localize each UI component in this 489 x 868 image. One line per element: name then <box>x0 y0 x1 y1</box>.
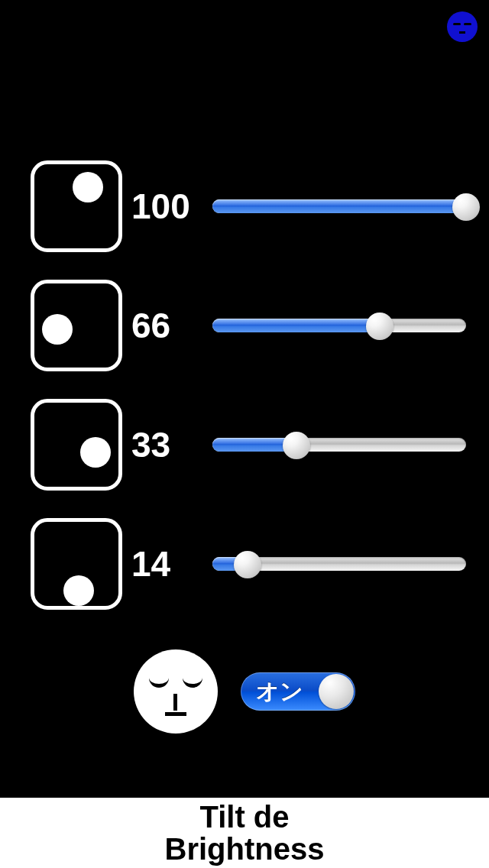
app-title: Tilt deBrightness <box>165 801 325 865</box>
app-footer: Tilt deBrightness <box>0 795 489 868</box>
brightness-slider[interactable] <box>212 319 466 332</box>
brightness-slider[interactable] <box>212 199 466 213</box>
tilt-indicator <box>31 280 122 371</box>
brightness-row: 14 <box>0 522 489 606</box>
brightness-rows: 100 66 33 <box>0 164 489 641</box>
brightness-row: 66 <box>0 283 489 368</box>
slider-fill <box>212 199 466 213</box>
slider-thumb[interactable] <box>234 551 261 578</box>
brightness-slider[interactable] <box>212 557 466 571</box>
slider-thumb[interactable] <box>366 313 393 340</box>
tilt-dot-icon <box>73 172 103 202</box>
slider-fill <box>212 319 380 332</box>
face-icon <box>134 649 218 734</box>
tilt-indicator <box>31 160 122 252</box>
tilt-dot-icon <box>42 314 73 345</box>
brightness-value: 33 <box>131 424 208 465</box>
brightness-value: 14 <box>131 543 208 585</box>
master-toggle[interactable]: オン <box>241 672 355 711</box>
brightness-row: 100 <box>0 164 489 248</box>
tilt-indicator <box>31 399 122 491</box>
toggle-label: オン <box>256 676 303 708</box>
toggle-knob <box>319 674 354 709</box>
tilt-indicator <box>31 518 122 610</box>
tilt-dot-icon <box>63 575 94 606</box>
master-control: オン <box>0 649 489 734</box>
slider-thumb[interactable] <box>283 432 310 459</box>
brightness-value: 66 <box>131 305 208 346</box>
brightness-slider[interactable] <box>212 438 466 452</box>
brightness-row: 33 <box>0 403 489 487</box>
brightness-value: 100 <box>131 186 208 227</box>
tilt-dot-icon <box>80 437 111 468</box>
status-face-icon <box>447 11 478 42</box>
slider-thumb[interactable] <box>452 193 480 221</box>
app-screen: 100 66 33 <box>0 0 489 868</box>
